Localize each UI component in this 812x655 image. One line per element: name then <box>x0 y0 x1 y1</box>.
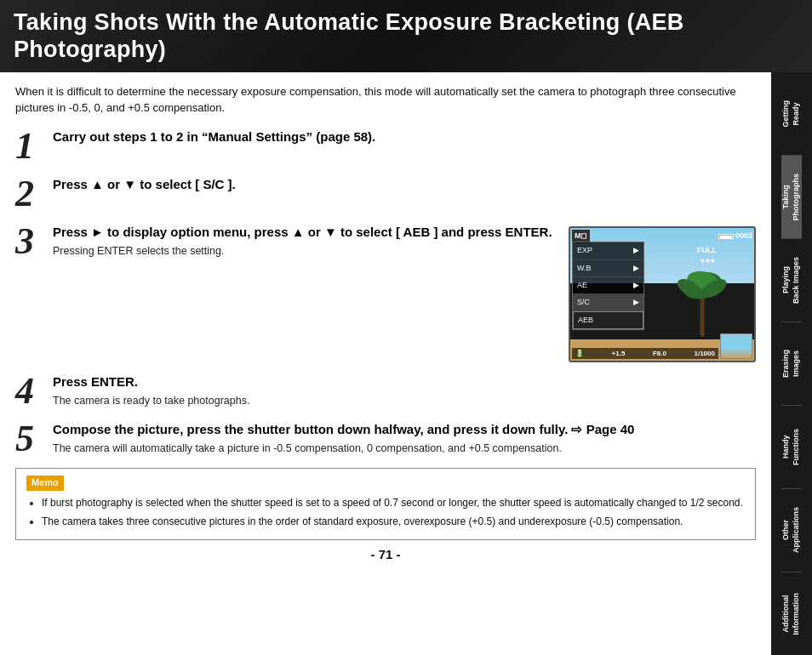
memo-list: If burst photography is selected when th… <box>26 496 745 529</box>
main-layout: When it is difficult to determine the ne… <box>0 72 812 655</box>
page-title: Taking Shots With the Automatic Exposure… <box>14 9 798 64</box>
step-4: 4 Press ENTER. The camera is ready to ta… <box>15 373 756 410</box>
step-number-4: 4 <box>15 373 48 410</box>
sidebar: GettingReady TakingPhotographs PlayingBa… <box>771 72 812 655</box>
step-1: 1 Carry out steps 1 to 2 in “Manual Sett… <box>15 128 756 165</box>
cam-overlay: M◻ 0003 FULL <box>570 228 754 361</box>
page-number: - 71 - <box>15 540 756 567</box>
step-4-title: Press ENTER. <box>53 373 756 391</box>
step-3-inner: Press ► to display option menu, press ▲ … <box>53 223 756 362</box>
intro-text: When it is difficult to determine the ne… <box>15 84 756 117</box>
step-5-content: Compose the picture, press the shutter b… <box>53 420 756 456</box>
sidebar-label-additional: AdditionalInformation <box>781 593 801 635</box>
step-3: 3 Press ► to display option menu, press … <box>15 223 756 362</box>
sidebar-item-other[interactable]: OtherApplications <box>781 489 801 572</box>
cam-ev-value: +1.5 <box>612 349 626 359</box>
memo-item-1: If burst photography is selected when th… <box>42 496 745 510</box>
step-2-content: Press ▲ or ▼ to select [ S/C ]. <box>53 175 756 196</box>
cam-topbar: M◻ 0003 <box>572 230 752 242</box>
step-2: 2 Press ▲ or ▼ to select [ S/C ]. <box>15 175 756 213</box>
cam-full-label: FULL ★★★ <box>697 245 717 265</box>
sidebar-item-playing-back[interactable]: PlayingBack Images <box>781 239 801 322</box>
cam-battery: 0003 <box>718 231 752 242</box>
cam-mode-icon: M◻ <box>572 230 590 242</box>
step-3-desc: Pressing ENTER selects the setting. <box>53 243 557 259</box>
memo-label: Memo <box>26 476 64 491</box>
step-3-content: Press ► to display option menu, press ▲ … <box>53 223 756 362</box>
cam-menu-aeb: AEB <box>573 311 643 329</box>
sidebar-label-taking-photographs: TakingPhotographs <box>781 174 801 221</box>
memo-box: Memo If burst photography is selected wh… <box>15 468 756 540</box>
sidebar-item-additional[interactable]: AdditionalInformation <box>781 572 801 655</box>
sidebar-item-handy[interactable]: HandyFunctions <box>781 406 801 489</box>
step-number-2: 2 <box>15 175 48 213</box>
step-4-desc: The camera is ready to take photographs. <box>53 393 756 408</box>
page-header: Taking Shots With the Automatic Exposure… <box>0 0 812 72</box>
step-3-text: Press ► to display option menu, press ▲ … <box>53 223 557 259</box>
battery-level-bar <box>718 234 734 239</box>
content-area: When it is difficult to determine the ne… <box>0 72 771 655</box>
step-number-1: 1 <box>15 128 48 165</box>
step-1-title: Carry out steps 1 to 2 in “Manual Settin… <box>53 128 756 146</box>
step-5-desc: The camera will automatically take a pic… <box>53 441 756 456</box>
frame-count: 0003 <box>735 231 752 242</box>
cam-menu-sc: S/C▶ <box>573 294 643 311</box>
sidebar-item-erasing[interactable]: ErasingImages <box>781 322 801 406</box>
sidebar-label-erasing: ErasingImages <box>781 350 801 378</box>
step-4-content: Press ENTER. The camera is ready to take… <box>53 373 756 408</box>
cam-menu-wb: W.B▶ <box>573 260 643 277</box>
sidebar-item-getting-ready[interactable]: GettingReady <box>781 72 801 156</box>
step-5: 5 Compose the picture, press the shutter… <box>15 420 756 458</box>
step-2-title: Press ▲ or ▼ to select [ S/C ]. <box>53 175 756 194</box>
step-3-title: Press ► to display option menu, press ▲ … <box>53 223 557 242</box>
camera-display: M◻ 0003 FULL <box>569 226 756 362</box>
sidebar-label-handy: HandyFunctions <box>781 429 801 465</box>
cam-menu-exp: EXP▶ <box>573 242 643 259</box>
sidebar-label-playing-back: PlayingBack Images <box>781 257 801 304</box>
cam-battery-icon: 🔋 <box>575 349 584 359</box>
cam-stars: ★★★ <box>697 257 717 265</box>
memo-item-2: The camera takes three consecutive pictu… <box>42 515 745 529</box>
step-5-title: Compose the picture, press the shutter b… <box>53 420 756 439</box>
sidebar-item-taking-photographs[interactable]: TakingPhotographs <box>781 156 801 239</box>
step-1-content: Carry out steps 1 to 2 in “Manual Settin… <box>53 128 756 148</box>
step-number-5: 5 <box>15 420 48 458</box>
cam-menu-ae: AE▶ <box>573 277 643 294</box>
full-text: FULL <box>697 245 717 256</box>
sidebar-label-other: OtherApplications <box>781 507 801 553</box>
sidebar-label-getting-ready: GettingReady <box>781 100 801 128</box>
step-number-3: 3 <box>15 223 48 260</box>
cam-bottombar: 🔋 +1.5 F8.0 1/1000 <box>572 348 718 360</box>
cam-menu: EXP▶ W.B▶ AE▶ S/C▶ <box>572 242 644 329</box>
cam-aperture: F8.0 <box>653 349 666 359</box>
cam-shutter: 1/1000 <box>695 349 715 359</box>
